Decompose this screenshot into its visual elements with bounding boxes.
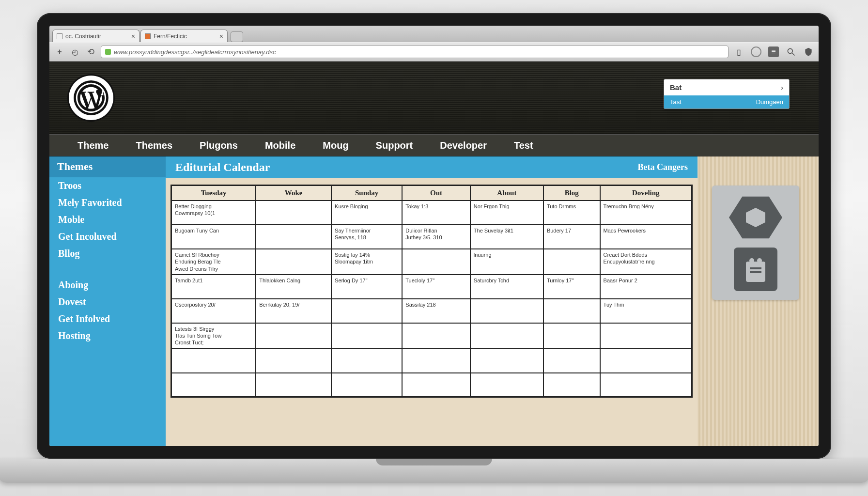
calendar-cell[interactable]: Dulicor RitlanJuthey 3/5. 310 bbox=[402, 225, 470, 249]
calendar-cell[interactable]: The Suvelay 3it1 bbox=[470, 225, 543, 249]
calendar-cell[interactable]: Serlog Dy 17" bbox=[331, 275, 402, 299]
calendar-cell[interactable] bbox=[402, 373, 470, 397]
calendar-cell[interactable] bbox=[402, 249, 470, 275]
calendar-cell[interactable]: Tremuchn Brng Nény bbox=[600, 201, 692, 225]
calendar-cell[interactable] bbox=[543, 349, 600, 373]
menu-icon[interactable]: ≡ bbox=[768, 46, 779, 57]
nav-moug[interactable]: Moug bbox=[309, 140, 362, 151]
calendar-cell[interactable] bbox=[256, 201, 331, 225]
calendar-cell[interactable]: Tuecloly 17" bbox=[402, 275, 470, 299]
calendar-cell[interactable] bbox=[543, 323, 600, 349]
nav-theme[interactable]: Theme bbox=[64, 140, 122, 151]
calendar-cell[interactable] bbox=[600, 373, 692, 397]
screen: oc. Costriautir × Fern/Fecticic × + ◴ ⟲ … bbox=[49, 26, 819, 446]
calendar-cell[interactable] bbox=[402, 323, 470, 349]
calendar-cell[interactable]: Turnloy 17" bbox=[543, 275, 600, 299]
browser-tab-2[interactable]: Fern/Fecticic × bbox=[140, 30, 228, 42]
search-icon[interactable] bbox=[786, 46, 796, 57]
main-nav: Theme Themes Plugons Mobile Moug Support… bbox=[49, 134, 819, 156]
calendar-cell[interactable]: Bugoam Tuny Can bbox=[171, 225, 256, 249]
sidebar-header[interactable]: Themes bbox=[49, 156, 166, 177]
user-dropdown-sub[interactable]: Tast Dumgaen bbox=[664, 95, 789, 108]
wordpress-logo-icon[interactable] bbox=[69, 76, 113, 120]
nav-plugins[interactable]: Plugons bbox=[186, 140, 251, 151]
calendar-cell[interactable] bbox=[256, 373, 331, 397]
close-icon[interactable]: × bbox=[219, 32, 223, 40]
nav-support[interactable]: Support bbox=[362, 140, 427, 151]
favicon-icon bbox=[145, 33, 151, 39]
laptop-bezel: oc. Costriautir × Fern/Fecticic × + ◴ ⟲ … bbox=[37, 13, 831, 459]
calendar-cell[interactable] bbox=[256, 249, 331, 275]
sidebar-item[interactable]: Moble bbox=[49, 211, 166, 228]
promo-card[interactable] bbox=[712, 186, 799, 300]
calendar-cell[interactable] bbox=[331, 299, 402, 323]
calendar-cell[interactable] bbox=[171, 373, 256, 397]
account-icon[interactable] bbox=[751, 46, 761, 57]
browser-tab-1[interactable]: oc. Costriautir × bbox=[52, 30, 140, 42]
calendar-cell[interactable]: Say ThermiinorSenryas, 118 bbox=[331, 225, 402, 249]
sidebar-item[interactable]: Dovest bbox=[49, 294, 166, 310]
calendar-cell[interactable] bbox=[600, 349, 692, 373]
laptop-frame: oc. Costriautir × Fern/Fecticic × + ◴ ⟲ … bbox=[37, 13, 831, 483]
close-icon[interactable]: × bbox=[131, 32, 135, 40]
calendar-cell[interactable] bbox=[543, 249, 600, 275]
calendar-cell[interactable]: Kusre Bloging bbox=[331, 201, 402, 225]
calendar-cell[interactable]: Sassilay 218 bbox=[402, 299, 470, 323]
nav-mobile[interactable]: Mobile bbox=[251, 140, 309, 151]
calendar-cell[interactable] bbox=[256, 323, 331, 349]
calendar-cell[interactable]: Nor Frgon Thig bbox=[470, 201, 543, 225]
user-dropdown-header[interactable]: Bat › bbox=[664, 79, 789, 95]
calendar-cell[interactable]: Tokay 1:3 bbox=[402, 201, 470, 225]
calendar-cell[interactable]: Macs Pewrookers bbox=[600, 225, 692, 249]
sidebar-item[interactable]: Aboing bbox=[49, 277, 166, 294]
calendar-cell[interactable]: Thlalokken Calng bbox=[256, 275, 331, 299]
calendar-cell[interactable] bbox=[331, 323, 402, 349]
calendar-cell[interactable]: Tamdb 2ut1 bbox=[171, 275, 256, 299]
sidebar-item[interactable]: Hosting bbox=[49, 327, 166, 344]
sidebar-item[interactable]: Mely Favorited bbox=[49, 194, 166, 211]
calendar-cell[interactable] bbox=[256, 349, 331, 373]
calendar-cell[interactable] bbox=[543, 373, 600, 397]
calendar-cell[interactable]: Cseorpostory 20/ bbox=[171, 299, 256, 323]
sidebar-item[interactable]: Troos bbox=[49, 177, 166, 194]
main-column: Editurial Calendar Beta Cangers TuesdayW… bbox=[166, 156, 698, 446]
calendar-cell[interactable]: Budery 17 bbox=[543, 225, 600, 249]
reload-icon[interactable]: ⟲ bbox=[85, 46, 96, 57]
calendar-cell[interactable] bbox=[470, 349, 543, 373]
user-dropdown[interactable]: Bat › Tast Dumgaen bbox=[664, 79, 790, 109]
sidebar-item[interactable]: Get Incoluved bbox=[49, 228, 166, 245]
calendar-cell[interactable] bbox=[470, 323, 543, 349]
calendar-cell[interactable] bbox=[402, 349, 470, 373]
sidebar-item[interactable]: Get Infolved bbox=[49, 310, 166, 327]
calendar-cell[interactable] bbox=[600, 323, 692, 349]
calendar-cell[interactable]: Berrkulay 20, 19/ bbox=[256, 299, 331, 323]
calendar-cell[interactable]: Tuto Drmms bbox=[543, 201, 600, 225]
calendar-cell[interactable]: Lstests 3I SirggyTlas Tun Somg TowCronst… bbox=[171, 323, 256, 349]
calendar-cell[interactable]: lnuurng bbox=[470, 249, 543, 275]
address-bar[interactable]: www.possyuddingdesscgsr../seglidealcrrns… bbox=[101, 46, 728, 58]
calendar-cell[interactable] bbox=[470, 373, 543, 397]
bookmark-icon[interactable]: ▯ bbox=[733, 46, 744, 57]
new-tab-button[interactable] bbox=[231, 31, 243, 42]
history-icon[interactable]: ◴ bbox=[70, 46, 80, 57]
nav-themes[interactable]: Themes bbox=[122, 140, 186, 151]
sidebar-item[interactable]: Bllog bbox=[49, 245, 166, 262]
calendar-cell[interactable] bbox=[331, 373, 402, 397]
add-button[interactable]: + bbox=[54, 46, 65, 57]
page-title: Editurial Calendar bbox=[175, 161, 270, 174]
calendar-cell[interactable] bbox=[171, 349, 256, 373]
calendar-cell[interactable]: Saturcbry Tchd bbox=[470, 275, 543, 299]
calendar-cell[interactable] bbox=[470, 299, 543, 323]
calendar-cell[interactable]: Sostig lay 14%Sloomapay 1itm bbox=[331, 249, 402, 275]
calendar-cell[interactable] bbox=[543, 299, 600, 323]
shield-icon[interactable] bbox=[803, 46, 814, 57]
nav-developer[interactable]: Developer bbox=[426, 140, 500, 151]
calendar-cell[interactable]: Camct Sf RbuchoyEnduring Berag TleAwed D… bbox=[171, 249, 256, 275]
calendar-cell[interactable]: Tuy Thm bbox=[600, 299, 692, 323]
calendar-cell[interactable]: Creact Dort BdodsEncupyolustatr're nng bbox=[600, 249, 692, 275]
calendar-cell[interactable] bbox=[256, 225, 331, 249]
nav-test[interactable]: Test bbox=[500, 140, 547, 151]
calendar-cell[interactable] bbox=[331, 349, 402, 373]
calendar-cell[interactable]: Baasr Ponur 2 bbox=[600, 275, 692, 299]
calendar-cell[interactable]: Better DloggingCowmrapsy 10(1 bbox=[171, 201, 256, 225]
